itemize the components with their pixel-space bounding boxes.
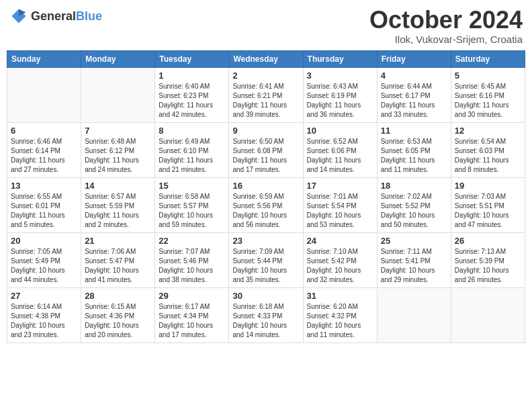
table-row: 20Sunrise: 7:05 AM Sunset: 5:49 PM Dayli… <box>7 232 81 287</box>
title-section: October 2024 Ilok, Vukovar-Srijem, Croat… <box>369 7 523 45</box>
day-info: Sunrise: 7:07 AM Sunset: 5:46 PM Dayligh… <box>159 247 225 285</box>
table-row <box>451 287 525 342</box>
table-row: 19Sunrise: 7:03 AM Sunset: 5:51 PM Dayli… <box>451 177 525 232</box>
page-header: GeneralBlue October 2024 Ilok, Vukovar-S… <box>7 7 525 45</box>
table-row: 9Sunrise: 6:50 AM Sunset: 6:08 PM Daylig… <box>229 122 303 177</box>
day-info: Sunrise: 6:15 AM Sunset: 4:36 PM Dayligh… <box>85 302 151 340</box>
table-row: 13Sunrise: 6:55 AM Sunset: 6:01 PM Dayli… <box>7 177 81 232</box>
table-row: 10Sunrise: 6:52 AM Sunset: 6:06 PM Dayli… <box>303 122 377 177</box>
logo: GeneralBlue <box>9 7 102 26</box>
location-title: Ilok, Vukovar-Srijem, Croatia <box>369 34 523 45</box>
table-row: 15Sunrise: 6:58 AM Sunset: 5:57 PM Dayli… <box>155 177 229 232</box>
day-info: Sunrise: 7:02 AM Sunset: 5:52 PM Dayligh… <box>381 192 447 230</box>
table-row: 11Sunrise: 6:53 AM Sunset: 6:05 PM Dayli… <box>377 122 451 177</box>
logo-general-text: GeneralBlue <box>31 9 102 24</box>
day-number: 22 <box>159 236 225 246</box>
day-info: Sunrise: 6:45 AM Sunset: 6:16 PM Dayligh… <box>455 82 521 120</box>
day-number: 23 <box>232 236 299 246</box>
day-number: 31 <box>307 291 373 301</box>
table-row: 8Sunrise: 6:49 AM Sunset: 6:10 PM Daylig… <box>155 122 229 177</box>
col-tuesday: Tuesday <box>155 50 229 67</box>
month-title: October 2024 <box>369 7 523 34</box>
day-info: Sunrise: 6:58 AM Sunset: 5:57 PM Dayligh… <box>159 192 225 230</box>
day-info: Sunrise: 6:44 AM Sunset: 6:17 PM Dayligh… <box>381 82 447 120</box>
day-number: 5 <box>455 71 521 81</box>
table-row: 14Sunrise: 6:57 AM Sunset: 5:59 PM Dayli… <box>81 177 155 232</box>
logo-icon <box>9 7 28 26</box>
day-number: 9 <box>232 126 299 136</box>
day-number: 8 <box>159 126 225 136</box>
table-row: 6Sunrise: 6:46 AM Sunset: 6:14 PM Daylig… <box>7 122 81 177</box>
day-number: 19 <box>455 181 521 191</box>
calendar-week-row: 13Sunrise: 6:55 AM Sunset: 6:01 PM Dayli… <box>7 177 525 232</box>
table-row: 2Sunrise: 6:41 AM Sunset: 6:21 PM Daylig… <box>229 67 303 122</box>
table-row: 29Sunrise: 6:17 AM Sunset: 4:34 PM Dayli… <box>155 287 229 342</box>
day-info: Sunrise: 7:13 AM Sunset: 5:39 PM Dayligh… <box>455 247 521 285</box>
day-info: Sunrise: 7:10 AM Sunset: 5:42 PM Dayligh… <box>307 247 373 285</box>
col-wednesday: Wednesday <box>229 50 303 67</box>
table-row: 3Sunrise: 6:43 AM Sunset: 6:19 PM Daylig… <box>303 67 377 122</box>
table-row: 12Sunrise: 6:54 AM Sunset: 6:03 PM Dayli… <box>451 122 525 177</box>
day-number: 11 <box>381 126 447 136</box>
day-number: 13 <box>11 181 77 191</box>
table-row: 28Sunrise: 6:15 AM Sunset: 4:36 PM Dayli… <box>81 287 155 342</box>
day-number: 15 <box>159 181 225 191</box>
day-number: 4 <box>381 71 447 81</box>
table-row: 27Sunrise: 6:14 AM Sunset: 4:38 PM Dayli… <box>7 287 81 342</box>
table-row: 4Sunrise: 6:44 AM Sunset: 6:17 PM Daylig… <box>377 67 451 122</box>
table-row <box>81 67 155 122</box>
day-number: 1 <box>159 71 225 81</box>
day-number: 28 <box>85 291 151 301</box>
day-number: 16 <box>232 181 299 191</box>
day-info: Sunrise: 6:52 AM Sunset: 6:06 PM Dayligh… <box>307 137 373 175</box>
table-row: 16Sunrise: 6:59 AM Sunset: 5:56 PM Dayli… <box>229 177 303 232</box>
calendar-week-row: 1Sunrise: 6:40 AM Sunset: 6:23 PM Daylig… <box>7 67 525 122</box>
day-number: 24 <box>307 236 373 246</box>
day-info: Sunrise: 6:55 AM Sunset: 6:01 PM Dayligh… <box>11 192 77 230</box>
day-info: Sunrise: 6:57 AM Sunset: 5:59 PM Dayligh… <box>85 192 151 230</box>
calendar-week-row: 27Sunrise: 6:14 AM Sunset: 4:38 PM Dayli… <box>7 287 525 342</box>
day-info: Sunrise: 7:09 AM Sunset: 5:44 PM Dayligh… <box>232 247 299 285</box>
day-info: Sunrise: 6:54 AM Sunset: 6:03 PM Dayligh… <box>455 137 521 175</box>
col-saturday: Saturday <box>451 50 525 67</box>
day-number: 29 <box>159 291 225 301</box>
day-number: 7 <box>85 126 151 136</box>
day-info: Sunrise: 6:41 AM Sunset: 6:21 PM Dayligh… <box>232 82 299 120</box>
day-info: Sunrise: 7:01 AM Sunset: 5:54 PM Dayligh… <box>307 192 373 230</box>
table-row: 30Sunrise: 6:18 AM Sunset: 4:33 PM Dayli… <box>229 287 303 342</box>
table-row: 17Sunrise: 7:01 AM Sunset: 5:54 PM Dayli… <box>303 177 377 232</box>
day-info: Sunrise: 7:06 AM Sunset: 5:47 PM Dayligh… <box>85 247 151 285</box>
table-row: 25Sunrise: 7:11 AM Sunset: 5:41 PM Dayli… <box>377 232 451 287</box>
day-number: 17 <box>307 181 373 191</box>
day-number: 10 <box>307 126 373 136</box>
day-number: 14 <box>85 181 151 191</box>
col-thursday: Thursday <box>303 50 377 67</box>
day-info: Sunrise: 6:48 AM Sunset: 6:12 PM Dayligh… <box>85 137 151 175</box>
table-row <box>377 287 451 342</box>
day-info: Sunrise: 6:14 AM Sunset: 4:38 PM Dayligh… <box>11 302 77 340</box>
day-number: 6 <box>11 126 77 136</box>
calendar-week-row: 20Sunrise: 7:05 AM Sunset: 5:49 PM Dayli… <box>7 232 525 287</box>
table-row: 22Sunrise: 7:07 AM Sunset: 5:46 PM Dayli… <box>155 232 229 287</box>
table-row: 7Sunrise: 6:48 AM Sunset: 6:12 PM Daylig… <box>81 122 155 177</box>
table-row <box>7 67 81 122</box>
day-info: Sunrise: 7:03 AM Sunset: 5:51 PM Dayligh… <box>455 192 521 230</box>
table-row: 21Sunrise: 7:06 AM Sunset: 5:47 PM Dayli… <box>81 232 155 287</box>
calendar-week-row: 6Sunrise: 6:46 AM Sunset: 6:14 PM Daylig… <box>7 122 525 177</box>
day-info: Sunrise: 6:17 AM Sunset: 4:34 PM Dayligh… <box>159 302 225 340</box>
day-info: Sunrise: 6:46 AM Sunset: 6:14 PM Dayligh… <box>11 137 77 175</box>
table-row: 1Sunrise: 6:40 AM Sunset: 6:23 PM Daylig… <box>155 67 229 122</box>
day-number: 25 <box>381 236 447 246</box>
day-info: Sunrise: 6:53 AM Sunset: 6:05 PM Dayligh… <box>381 137 447 175</box>
day-info: Sunrise: 6:18 AM Sunset: 4:33 PM Dayligh… <box>232 302 299 340</box>
day-info: Sunrise: 6:20 AM Sunset: 4:32 PM Dayligh… <box>307 302 373 340</box>
day-info: Sunrise: 7:05 AM Sunset: 5:49 PM Dayligh… <box>11 247 77 285</box>
day-info: Sunrise: 6:59 AM Sunset: 5:56 PM Dayligh… <box>232 192 299 230</box>
day-number: 30 <box>232 291 299 301</box>
table-row: 23Sunrise: 7:09 AM Sunset: 5:44 PM Dayli… <box>229 232 303 287</box>
day-number: 21 <box>85 236 151 246</box>
day-number: 18 <box>381 181 447 191</box>
day-number: 20 <box>11 236 77 246</box>
calendar-header-row: Sunday Monday Tuesday Wednesday Thursday… <box>7 50 525 67</box>
table-row: 18Sunrise: 7:02 AM Sunset: 5:52 PM Dayli… <box>377 177 451 232</box>
